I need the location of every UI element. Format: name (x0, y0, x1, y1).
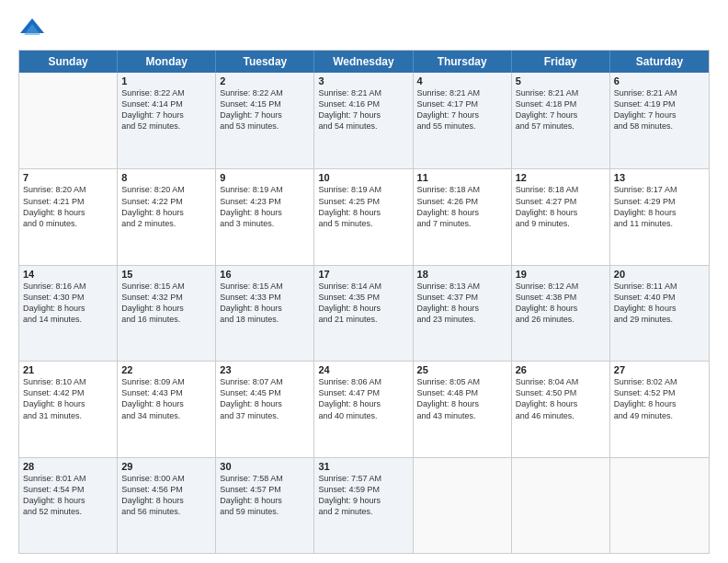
cell-line: Daylight: 8 hours (417, 398, 507, 409)
cell-line: Sunrise: 8:18 AM (417, 184, 507, 195)
cell-line: and 5 minutes. (318, 218, 408, 229)
logo-icon (18, 15, 46, 42)
cal-cell-w2-d6: 20Sunrise: 8:11 AMSunset: 4:40 PMDayligh… (610, 266, 709, 361)
cell-line: Sunrise: 8:09 AM (121, 376, 211, 387)
cell-line: Sunrise: 8:04 AM (516, 376, 606, 387)
cell-line: Daylight: 8 hours (516, 398, 606, 409)
day-number: 5 (516, 75, 606, 86)
day-number: 8 (121, 172, 211, 183)
cell-line: and 55 minutes. (417, 121, 507, 132)
day-number: 29 (121, 461, 211, 472)
cell-line: Sunrise: 8:11 AM (614, 281, 705, 292)
cell-line: Daylight: 8 hours (614, 303, 705, 314)
cell-line: Daylight: 8 hours (121, 207, 211, 218)
cell-line: Sunset: 4:35 PM (318, 292, 408, 303)
cal-cell-w4-d6 (610, 458, 709, 553)
cell-line: Sunset: 4:17 PM (417, 98, 507, 109)
cell-line: Sunrise: 8:05 AM (417, 376, 507, 387)
cal-cell-w4-d2: 30Sunrise: 7:58 AMSunset: 4:57 PMDayligh… (216, 458, 314, 553)
day-number: 17 (318, 269, 408, 280)
day-number: 11 (417, 172, 507, 183)
cal-cell-w3-d6: 27Sunrise: 8:02 AMSunset: 4:52 PMDayligh… (610, 362, 709, 456)
day-number: 28 (23, 461, 113, 472)
cal-cell-w0-d5: 5Sunrise: 8:21 AMSunset: 4:18 PMDaylight… (512, 73, 610, 168)
day-number: 10 (318, 172, 408, 183)
cell-line: and 34 minutes. (121, 410, 211, 421)
day-number: 18 (417, 269, 507, 280)
cell-line: Sunset: 4:14 PM (121, 98, 211, 109)
cell-line: and 7 minutes. (417, 218, 507, 229)
week-row-2: 14Sunrise: 8:16 AMSunset: 4:30 PMDayligh… (19, 265, 709, 361)
cell-line: Daylight: 8 hours (121, 303, 211, 314)
cell-line: and 21 minutes. (318, 314, 408, 325)
day-number: 26 (516, 364, 606, 375)
logo (18, 15, 50, 42)
cell-line: Daylight: 7 hours (220, 109, 310, 121)
cell-line: and 26 minutes. (516, 314, 606, 325)
day-number: 4 (417, 75, 507, 86)
cell-line: Daylight: 7 hours (417, 109, 507, 121)
cal-cell-w1-d4: 11Sunrise: 8:18 AMSunset: 4:26 PMDayligh… (414, 169, 512, 264)
week-row-0: 1Sunrise: 8:22 AMSunset: 4:14 PMDaylight… (19, 73, 709, 168)
cell-line: Sunset: 4:21 PM (23, 196, 113, 207)
cell-line: Daylight: 7 hours (121, 109, 211, 121)
cell-line: Daylight: 8 hours (417, 207, 507, 218)
cell-line: Sunset: 4:22 PM (121, 196, 211, 207)
cell-line: Sunrise: 7:57 AM (318, 473, 408, 484)
week-row-1: 7Sunrise: 8:20 AMSunset: 4:21 PMDaylight… (19, 168, 709, 264)
cell-line: Sunrise: 8:13 AM (417, 281, 507, 292)
cell-line: Sunset: 4:52 PM (614, 387, 705, 398)
cell-line: Daylight: 8 hours (23, 303, 113, 314)
cell-line: Daylight: 9 hours (318, 495, 408, 506)
cal-cell-w1-d0: 7Sunrise: 8:20 AMSunset: 4:21 PMDaylight… (19, 169, 118, 264)
cal-cell-w2-d5: 19Sunrise: 8:12 AMSunset: 4:38 PMDayligh… (512, 266, 610, 361)
header-day-tuesday: Tuesday (216, 51, 314, 73)
cal-cell-w3-d0: 21Sunrise: 8:10 AMSunset: 4:42 PMDayligh… (19, 362, 118, 456)
cell-line: Sunset: 4:33 PM (220, 292, 310, 303)
cell-line: and 2 minutes. (121, 218, 211, 229)
cell-line: Sunset: 4:27 PM (516, 196, 606, 207)
cell-line: and 43 minutes. (417, 410, 507, 421)
week-row-4: 28Sunrise: 8:01 AMSunset: 4:54 PMDayligh… (19, 457, 709, 553)
day-number: 1 (121, 75, 211, 86)
cell-line: and 54 minutes. (318, 121, 408, 132)
day-number: 7 (23, 172, 113, 183)
cell-line: Sunset: 4:43 PM (121, 387, 211, 398)
cell-line: Sunrise: 8:15 AM (121, 281, 211, 292)
day-number: 9 (220, 172, 310, 183)
cal-cell-w0-d4: 4Sunrise: 8:21 AMSunset: 4:17 PMDaylight… (414, 73, 512, 168)
cell-line: Daylight: 8 hours (23, 398, 113, 409)
cell-line: and 11 minutes. (614, 218, 705, 229)
cell-line: Sunset: 4:38 PM (516, 292, 606, 303)
cell-line: Sunrise: 8:22 AM (220, 87, 310, 98)
cell-line: and 9 minutes. (516, 218, 606, 229)
cell-line: Sunset: 4:16 PM (318, 98, 408, 109)
cell-line: Sunrise: 8:07 AM (220, 376, 310, 387)
week-row-3: 21Sunrise: 8:10 AMSunset: 4:42 PMDayligh… (19, 361, 709, 456)
cal-cell-w2-d1: 15Sunrise: 8:15 AMSunset: 4:32 PMDayligh… (118, 266, 216, 361)
cell-line: Daylight: 8 hours (417, 303, 507, 314)
cell-line: Sunrise: 8:17 AM (614, 184, 705, 195)
cell-line: Daylight: 8 hours (23, 495, 113, 506)
cal-cell-w3-d2: 23Sunrise: 8:07 AMSunset: 4:45 PMDayligh… (216, 362, 314, 456)
day-number: 23 (220, 364, 310, 375)
day-number: 27 (614, 364, 705, 375)
day-number: 12 (516, 172, 606, 183)
cell-line: Sunset: 4:59 PM (318, 484, 408, 495)
cal-cell-w2-d0: 14Sunrise: 8:16 AMSunset: 4:30 PMDayligh… (19, 266, 118, 361)
header-day-sunday: Sunday (19, 51, 118, 73)
cell-line: Daylight: 8 hours (318, 207, 408, 218)
cell-line: Sunrise: 8:20 AM (121, 184, 211, 195)
cell-line: and 16 minutes. (121, 314, 211, 325)
cell-line: and 18 minutes. (220, 314, 310, 325)
cell-line: Sunrise: 8:19 AM (318, 184, 408, 195)
cal-cell-w0-d6: 6Sunrise: 8:21 AMSunset: 4:19 PMDaylight… (610, 73, 709, 168)
cell-line: Sunrise: 8:21 AM (614, 87, 705, 98)
cell-line: Sunrise: 8:21 AM (516, 87, 606, 98)
day-number: 25 (417, 364, 507, 375)
day-number: 21 (23, 364, 113, 375)
cell-line: and 37 minutes. (220, 410, 310, 421)
cell-line: and 2 minutes. (318, 506, 408, 517)
cell-line: Daylight: 8 hours (23, 207, 113, 218)
cell-line: Sunset: 4:45 PM (220, 387, 310, 398)
